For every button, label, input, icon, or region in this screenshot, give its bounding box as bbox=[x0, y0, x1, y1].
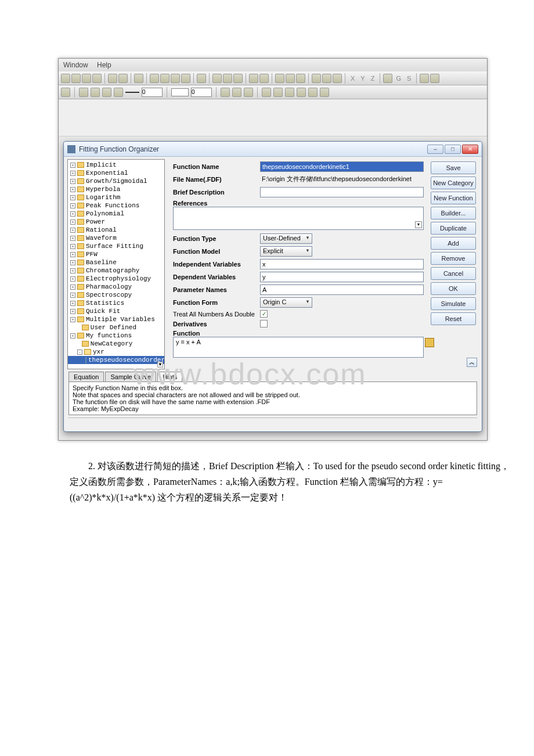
tool-icon[interactable] bbox=[171, 74, 180, 83]
expand-icon[interactable]: + bbox=[70, 285, 75, 290]
tree-item[interactable]: +Peak Functions bbox=[68, 201, 164, 210]
tree-item[interactable]: +Electrophysiology bbox=[68, 275, 164, 283]
menu-help[interactable]: Help bbox=[97, 61, 111, 69]
new-function-button[interactable]: New Function bbox=[431, 192, 476, 204]
tool-icon[interactable] bbox=[308, 88, 317, 97]
expand-icon[interactable]: + bbox=[70, 171, 75, 176]
expand-icon[interactable]: + bbox=[70, 244, 75, 249]
tab-sample-curve[interactable]: Sample Curve bbox=[105, 372, 156, 381]
expand-icon[interactable]: + bbox=[70, 301, 75, 306]
function-model-select[interactable]: Explicit bbox=[260, 246, 312, 257]
tool-icon[interactable] bbox=[296, 74, 305, 83]
expand-icon[interactable]: + bbox=[70, 187, 75, 192]
duplicate-button[interactable]: Duplicate bbox=[431, 222, 476, 235]
tool-icon[interactable] bbox=[285, 88, 294, 97]
tool-icon[interactable] bbox=[333, 74, 342, 83]
tree-item[interactable]: +Spectroscopy bbox=[68, 291, 164, 299]
tree-item[interactable]: +Exponential bbox=[68, 169, 164, 177]
expand-icon[interactable]: + bbox=[70, 179, 75, 184]
cancel-button[interactable]: Cancel bbox=[431, 267, 476, 280]
axis-y-label[interactable]: Y bbox=[358, 75, 367, 82]
tb-g[interactable]: G bbox=[394, 75, 403, 82]
tree-item-selected[interactable]: thepseudosecondorderkin bbox=[88, 357, 165, 363]
tree-item[interactable]: +Hyperbola bbox=[68, 185, 164, 193]
expand-icon[interactable]: + bbox=[70, 333, 75, 339]
tree-item[interactable]: +Polynomial bbox=[68, 210, 164, 218]
tool-icon[interactable] bbox=[383, 74, 392, 83]
expand-icon[interactable]: + bbox=[70, 228, 75, 233]
tool-icon[interactable] bbox=[249, 74, 258, 83]
tool-icon[interactable] bbox=[82, 74, 91, 83]
tree-item[interactable]: +Chromatography bbox=[68, 267, 164, 275]
expand-icon[interactable]: + bbox=[70, 163, 75, 168]
tool-icon[interactable] bbox=[286, 74, 295, 83]
function-form-select[interactable]: Origin C bbox=[260, 297, 312, 308]
tool-icon[interactable] bbox=[273, 88, 283, 97]
tree-item[interactable]: yxr bbox=[93, 348, 104, 355]
tool-icon[interactable] bbox=[212, 74, 222, 83]
tool-icon[interactable] bbox=[221, 88, 230, 97]
tool-icon[interactable] bbox=[244, 88, 253, 97]
tool-icon[interactable] bbox=[430, 74, 439, 83]
tool-icon[interactable] bbox=[312, 74, 321, 83]
brief-description-input[interactable] bbox=[260, 187, 424, 197]
reset-button[interactable]: Reset bbox=[431, 312, 476, 325]
tool-icon[interactable] bbox=[150, 74, 159, 83]
dialog-titlebar[interactable]: Fitting Function Organizer – □ ✕ bbox=[64, 142, 482, 157]
line-width-select-2[interactable] bbox=[191, 88, 212, 97]
minimize-button[interactable]: – bbox=[427, 145, 443, 154]
tool-icon[interactable] bbox=[259, 74, 269, 83]
function-type-select[interactable]: User-Defined bbox=[260, 233, 312, 244]
axis-z-label[interactable]: Z bbox=[369, 75, 377, 82]
tool-icon[interactable] bbox=[233, 74, 243, 83]
new-category-button[interactable]: New Category bbox=[431, 177, 476, 189]
expand-icon[interactable]: + bbox=[70, 203, 75, 208]
expand-icon[interactable]: + bbox=[70, 268, 75, 273]
expand-icon[interactable]: + bbox=[70, 195, 75, 200]
independent-vars-input[interactable] bbox=[260, 259, 424, 269]
tree-item[interactable]: +Surface Fitting bbox=[68, 242, 164, 250]
collapse-chevron-icon[interactable]: ︽ bbox=[467, 358, 477, 367]
maximize-button[interactable]: □ bbox=[445, 145, 461, 154]
tree-item[interactable]: +Baseline bbox=[68, 258, 164, 267]
parameter-names-input[interactable] bbox=[260, 285, 424, 295]
tree-item[interactable]: +Waveform bbox=[68, 234, 164, 242]
simulate-button[interactable]: Simulate bbox=[431, 297, 476, 310]
fill-icon[interactable] bbox=[102, 88, 111, 97]
line-width-select[interactable] bbox=[142, 88, 163, 97]
tool-icon[interactable] bbox=[275, 74, 284, 83]
axis-x-label[interactable]: X bbox=[348, 75, 357, 82]
ok-button[interactable]: OK bbox=[431, 282, 476, 295]
remove-button[interactable]: Remove bbox=[431, 252, 476, 265]
tool-icon[interactable] bbox=[262, 88, 271, 97]
tree-item[interactable]: +Pharmacology bbox=[68, 283, 164, 291]
add-button[interactable]: Add bbox=[431, 237, 476, 250]
fill-icon[interactable] bbox=[114, 88, 123, 97]
tree-item[interactable]: +Implicit bbox=[68, 161, 164, 169]
tool-icon[interactable] bbox=[322, 74, 331, 83]
tool-icon[interactable] bbox=[197, 74, 206, 83]
fill-icon[interactable] bbox=[79, 88, 88, 97]
tree-item[interactable]: +PFW bbox=[68, 250, 164, 258]
expand-icon[interactable]: + bbox=[70, 211, 75, 217]
tree-item[interactable]: +Multiple Variables bbox=[68, 315, 164, 323]
tool-icon[interactable] bbox=[118, 74, 128, 83]
function-body-textarea[interactable]: y = x + A bbox=[173, 337, 424, 358]
tool-icon[interactable] bbox=[232, 88, 241, 97]
save-button[interactable]: Save bbox=[431, 161, 476, 174]
dependent-vars-input[interactable] bbox=[260, 272, 424, 282]
tb-s[interactable]: S bbox=[405, 75, 413, 82]
tool-icon[interactable] bbox=[134, 74, 143, 83]
tree-item[interactable]: +My functions bbox=[68, 332, 164, 340]
fill-icon[interactable] bbox=[91, 88, 100, 97]
tool-icon[interactable] bbox=[223, 74, 232, 83]
tab-hints[interactable]: Hints bbox=[157, 372, 182, 381]
tree-item[interactable]: +Statistics bbox=[68, 299, 164, 307]
expand-icon[interactable]: + bbox=[70, 317, 75, 322]
tool-icon[interactable] bbox=[92, 74, 102, 83]
tree-item[interactable]: +Quick Fit bbox=[68, 307, 164, 315]
tool-icon[interactable] bbox=[320, 88, 329, 97]
linestyle-select[interactable] bbox=[171, 88, 189, 96]
line-color-icon[interactable] bbox=[61, 88, 70, 97]
builder-button[interactable]: Builder... bbox=[431, 207, 476, 219]
